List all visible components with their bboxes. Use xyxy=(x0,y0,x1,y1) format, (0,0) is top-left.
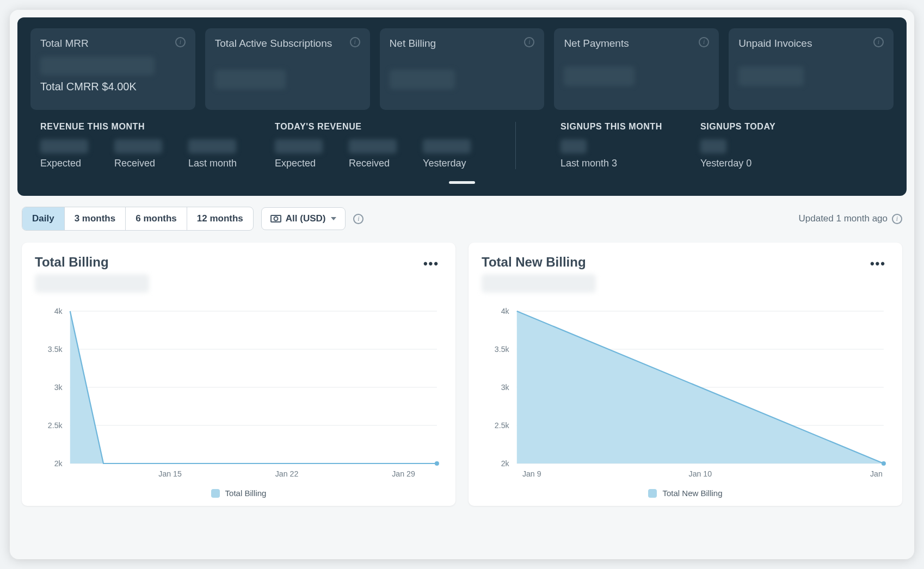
more-menu-button[interactable]: ••• xyxy=(420,255,442,273)
redacted-value xyxy=(423,139,471,153)
metric-cards-row: Total MRR i Total CMRR $4.00K Total Acti… xyxy=(23,28,901,110)
time-range-tabs: Daily 3 months 6 months 12 months xyxy=(22,207,254,231)
card-net-payments[interactable]: Net Payments i xyxy=(554,28,719,110)
redacted-value xyxy=(482,274,596,293)
y-tick: 2k xyxy=(54,459,63,468)
charts-row: Total Billing ••• 4k 3.5k 3k 2.5k xyxy=(10,234,914,506)
tab-daily[interactable]: Daily xyxy=(22,207,65,230)
y-tick: 2k xyxy=(501,459,510,468)
chart-title: Total Billing xyxy=(35,255,149,270)
chart-title: Total New Billing xyxy=(482,255,596,270)
y-tick: 2.5k xyxy=(495,421,510,430)
stat-label: Last month xyxy=(188,158,237,169)
legend-label: Total Billing xyxy=(225,488,267,498)
svg-point-11 xyxy=(882,461,886,466)
y-tick: 3.5k xyxy=(48,345,63,354)
redacted-value xyxy=(40,57,155,75)
redacted-value xyxy=(349,139,397,153)
stats-row: REVENUE THIS MONTH Expected Received Las… xyxy=(23,110,901,169)
stat-item-last-month: Last month xyxy=(188,139,237,169)
more-menu-button[interactable]: ••• xyxy=(867,255,889,273)
y-tick: 4k xyxy=(54,307,63,316)
x-tick: Jan 10 xyxy=(689,469,712,478)
dashboard-frame: Total MRR i Total CMRR $4.00K Total Acti… xyxy=(10,10,914,559)
tab-6-months[interactable]: 6 months xyxy=(126,207,187,230)
redacted-value xyxy=(188,139,236,153)
y-tick: 3k xyxy=(501,383,510,392)
stat-label: Yesterday xyxy=(423,158,471,169)
redacted-value xyxy=(560,139,587,153)
redacted-value xyxy=(114,139,162,153)
card-unpaid-invoices[interactable]: Unpaid Invoices i xyxy=(729,28,894,110)
y-tick: 2.5k xyxy=(48,421,63,430)
legend-label: Total New Billing xyxy=(662,488,722,498)
info-icon[interactable]: i xyxy=(699,37,709,47)
info-icon[interactable]: i xyxy=(175,37,186,47)
legend-swatch xyxy=(211,489,220,498)
signups-today: SIGNUPS TODAY Yesterday 0 xyxy=(700,122,776,169)
info-icon[interactable]: i xyxy=(524,37,534,47)
y-tick: 3.5k xyxy=(495,345,510,354)
legend-swatch xyxy=(648,489,657,498)
y-tick: 4k xyxy=(501,307,510,316)
chart-legend: Total Billing xyxy=(35,488,442,498)
svg-point-5 xyxy=(435,461,439,466)
tab-3-months[interactable]: 3 months xyxy=(65,207,126,230)
info-icon[interactable]: i xyxy=(873,37,884,47)
card-title: Net Payments xyxy=(564,37,629,50)
redacted-value xyxy=(564,66,635,86)
card-total-mrr[interactable]: Total MRR i Total CMRR $4.00K xyxy=(30,28,195,110)
summary-panel: Total MRR i Total CMRR $4.00K Total Acti… xyxy=(17,17,907,196)
stat-label: Yesterday 0 xyxy=(700,158,751,169)
stat-heading: REVENUE THIS MONTH xyxy=(40,122,237,132)
card-title: Total Active Subscriptions xyxy=(215,37,332,50)
chart-plot-area: 4k 3.5k 3k 2.5k 2k Jan 9 Jan 10 Jan Tota… xyxy=(482,300,889,496)
drag-handle[interactable] xyxy=(449,181,475,184)
card-total-active-subscriptions[interactable]: Total Active Subscriptions i xyxy=(205,28,370,110)
stat-label: Expected xyxy=(275,158,323,169)
y-tick: 3k xyxy=(54,383,63,392)
cash-icon xyxy=(270,215,281,222)
stat-item-received: Received xyxy=(349,139,397,169)
chart-total-billing: Total Billing ••• 4k 3.5k 3k 2.5k xyxy=(22,243,455,506)
card-title: Unpaid Invoices xyxy=(738,37,812,50)
chart-legend: Total New Billing xyxy=(482,488,889,498)
tab-12-months[interactable]: 12 months xyxy=(187,207,253,230)
redacted-value xyxy=(215,70,286,89)
card-net-billing[interactable]: Net Billing i xyxy=(380,28,545,110)
redacted-value xyxy=(275,139,323,153)
x-tick: Jan 22 xyxy=(275,469,299,478)
stat-label: Received xyxy=(114,158,162,169)
currency-selector[interactable]: All (USD) xyxy=(261,207,346,230)
todays-revenue: TODAY'S REVENUE Expected Received Yester… xyxy=(275,122,471,169)
stat-item-received: Received xyxy=(114,139,162,169)
stat-label: Last month 3 xyxy=(560,158,617,169)
x-tick: Jan 15 xyxy=(158,469,182,478)
stat-item-expected: Expected xyxy=(40,139,88,169)
stat-heading: SIGNUPS TODAY xyxy=(700,122,776,132)
card-title: Net Billing xyxy=(390,37,436,50)
info-icon[interactable]: i xyxy=(350,37,360,47)
divider xyxy=(515,122,516,169)
chevron-down-icon xyxy=(331,217,336,220)
revenue-this-month: REVENUE THIS MONTH Expected Received Las… xyxy=(40,122,237,169)
stat-heading: SIGNUPS THIS MONTH xyxy=(560,122,662,132)
stat-item-yesterday: Yesterday xyxy=(423,139,471,169)
info-icon[interactable]: i xyxy=(353,214,364,224)
stat-label: Expected xyxy=(40,158,88,169)
stat-item-expected: Expected xyxy=(275,139,323,169)
x-tick: Jan 29 xyxy=(392,469,415,478)
card-subtext: Total CMRR $4.00K xyxy=(40,81,186,93)
updated-label: Updated 1 month ago i xyxy=(798,213,902,224)
redacted-value xyxy=(738,66,804,86)
redacted-value xyxy=(700,139,726,153)
toolbar: Daily 3 months 6 months 12 months All (U… xyxy=(10,203,914,234)
card-title: Total MRR xyxy=(40,37,89,50)
info-icon[interactable]: i xyxy=(892,214,902,224)
chart-plot-area: 4k 3.5k 3k 2.5k 2k Jan 15 Jan 22 Jan 29 xyxy=(35,300,442,496)
chart-total-new-billing: Total New Billing ••• 4k 3.5k 3k 2.5k 2k xyxy=(469,243,902,506)
redacted-value xyxy=(390,70,455,89)
stat-label: Received xyxy=(349,158,397,169)
redacted-value xyxy=(35,274,149,293)
x-tick: Jan 9 xyxy=(522,469,541,478)
